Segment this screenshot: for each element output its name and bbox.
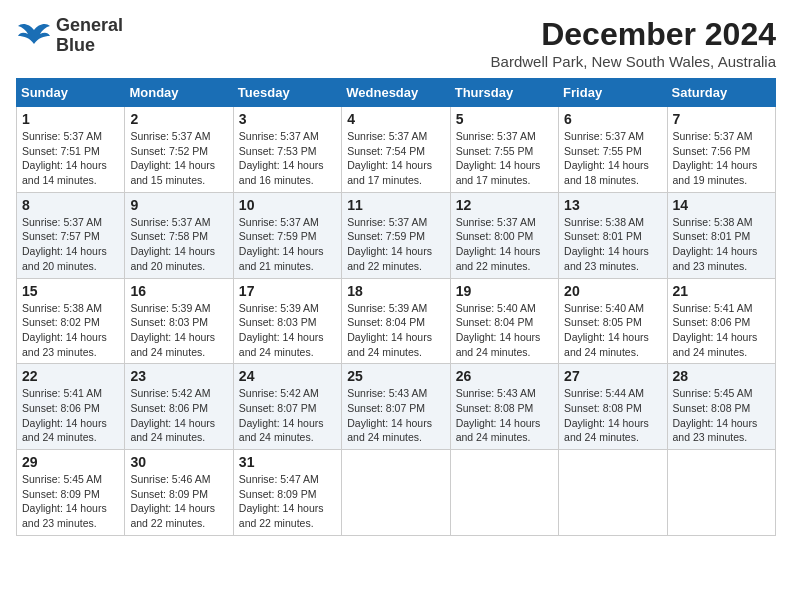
day-number: 26 bbox=[456, 368, 553, 384]
table-row: 28 Sunrise: 5:45 AM Sunset: 8:08 PM Dayl… bbox=[667, 364, 775, 450]
calendar-week-1: 1 Sunrise: 5:37 AM Sunset: 7:51 PM Dayli… bbox=[17, 107, 776, 193]
table-row: 9 Sunrise: 5:37 AM Sunset: 7:58 PM Dayli… bbox=[125, 192, 233, 278]
day-info: Sunrise: 5:44 AM Sunset: 8:08 PM Dayligh… bbox=[564, 386, 661, 445]
day-number: 7 bbox=[673, 111, 770, 127]
day-number: 15 bbox=[22, 283, 119, 299]
table-row: 19 Sunrise: 5:40 AM Sunset: 8:04 PM Dayl… bbox=[450, 278, 558, 364]
table-row: 5 Sunrise: 5:37 AM Sunset: 7:55 PM Dayli… bbox=[450, 107, 558, 193]
table-row: 10 Sunrise: 5:37 AM Sunset: 7:59 PM Dayl… bbox=[233, 192, 341, 278]
table-row: 26 Sunrise: 5:43 AM Sunset: 8:08 PM Dayl… bbox=[450, 364, 558, 450]
table-row: 22 Sunrise: 5:41 AM Sunset: 8:06 PM Dayl… bbox=[17, 364, 125, 450]
day-info: Sunrise: 5:40 AM Sunset: 8:05 PM Dayligh… bbox=[564, 301, 661, 360]
day-info: Sunrise: 5:46 AM Sunset: 8:09 PM Dayligh… bbox=[130, 472, 227, 531]
table-row: 6 Sunrise: 5:37 AM Sunset: 7:55 PM Dayli… bbox=[559, 107, 667, 193]
day-number: 17 bbox=[239, 283, 336, 299]
table-row: 27 Sunrise: 5:44 AM Sunset: 8:08 PM Dayl… bbox=[559, 364, 667, 450]
day-info: Sunrise: 5:42 AM Sunset: 8:07 PM Dayligh… bbox=[239, 386, 336, 445]
col-monday: Monday bbox=[125, 79, 233, 107]
day-number: 11 bbox=[347, 197, 444, 213]
logo-text: General Blue bbox=[56, 16, 123, 56]
logo-icon bbox=[16, 22, 52, 50]
table-row: 24 Sunrise: 5:42 AM Sunset: 8:07 PM Dayl… bbox=[233, 364, 341, 450]
day-info: Sunrise: 5:38 AM Sunset: 8:02 PM Dayligh… bbox=[22, 301, 119, 360]
day-info: Sunrise: 5:39 AM Sunset: 8:03 PM Dayligh… bbox=[130, 301, 227, 360]
logo: General Blue bbox=[16, 16, 123, 56]
table-row: 20 Sunrise: 5:40 AM Sunset: 8:05 PM Dayl… bbox=[559, 278, 667, 364]
table-row: 25 Sunrise: 5:43 AM Sunset: 8:07 PM Dayl… bbox=[342, 364, 450, 450]
day-number: 6 bbox=[564, 111, 661, 127]
col-tuesday: Tuesday bbox=[233, 79, 341, 107]
day-info: Sunrise: 5:39 AM Sunset: 8:04 PM Dayligh… bbox=[347, 301, 444, 360]
day-number: 4 bbox=[347, 111, 444, 127]
table-row: 13 Sunrise: 5:38 AM Sunset: 8:01 PM Dayl… bbox=[559, 192, 667, 278]
calendar-table: Sunday Monday Tuesday Wednesday Thursday… bbox=[16, 78, 776, 536]
calendar-week-3: 15 Sunrise: 5:38 AM Sunset: 8:02 PM Dayl… bbox=[17, 278, 776, 364]
page-title: December 2024 bbox=[491, 16, 776, 53]
table-row: 7 Sunrise: 5:37 AM Sunset: 7:56 PM Dayli… bbox=[667, 107, 775, 193]
table-row: 8 Sunrise: 5:37 AM Sunset: 7:57 PM Dayli… bbox=[17, 192, 125, 278]
table-row: 14 Sunrise: 5:38 AM Sunset: 8:01 PM Dayl… bbox=[667, 192, 775, 278]
day-info: Sunrise: 5:37 AM Sunset: 7:56 PM Dayligh… bbox=[673, 129, 770, 188]
day-info: Sunrise: 5:37 AM Sunset: 7:52 PM Dayligh… bbox=[130, 129, 227, 188]
day-number: 22 bbox=[22, 368, 119, 384]
day-number: 2 bbox=[130, 111, 227, 127]
day-number: 13 bbox=[564, 197, 661, 213]
day-info: Sunrise: 5:41 AM Sunset: 8:06 PM Dayligh… bbox=[673, 301, 770, 360]
day-info: Sunrise: 5:41 AM Sunset: 8:06 PM Dayligh… bbox=[22, 386, 119, 445]
day-info: Sunrise: 5:37 AM Sunset: 8:00 PM Dayligh… bbox=[456, 215, 553, 274]
table-row: 29 Sunrise: 5:45 AM Sunset: 8:09 PM Dayl… bbox=[17, 450, 125, 536]
table-row: 18 Sunrise: 5:39 AM Sunset: 8:04 PM Dayl… bbox=[342, 278, 450, 364]
day-info: Sunrise: 5:45 AM Sunset: 8:09 PM Dayligh… bbox=[22, 472, 119, 531]
table-row: 4 Sunrise: 5:37 AM Sunset: 7:54 PM Dayli… bbox=[342, 107, 450, 193]
day-info: Sunrise: 5:39 AM Sunset: 8:03 PM Dayligh… bbox=[239, 301, 336, 360]
calendar-header-row: Sunday Monday Tuesday Wednesday Thursday… bbox=[17, 79, 776, 107]
day-info: Sunrise: 5:37 AM Sunset: 7:51 PM Dayligh… bbox=[22, 129, 119, 188]
calendar-week-5: 29 Sunrise: 5:45 AM Sunset: 8:09 PM Dayl… bbox=[17, 450, 776, 536]
table-row: 11 Sunrise: 5:37 AM Sunset: 7:59 PM Dayl… bbox=[342, 192, 450, 278]
day-number: 31 bbox=[239, 454, 336, 470]
table-row bbox=[667, 450, 775, 536]
day-number: 8 bbox=[22, 197, 119, 213]
calendar-week-2: 8 Sunrise: 5:37 AM Sunset: 7:57 PM Dayli… bbox=[17, 192, 776, 278]
table-row: 2 Sunrise: 5:37 AM Sunset: 7:52 PM Dayli… bbox=[125, 107, 233, 193]
day-number: 3 bbox=[239, 111, 336, 127]
table-row bbox=[559, 450, 667, 536]
day-info: Sunrise: 5:43 AM Sunset: 8:08 PM Dayligh… bbox=[456, 386, 553, 445]
day-info: Sunrise: 5:38 AM Sunset: 8:01 PM Dayligh… bbox=[673, 215, 770, 274]
calendar-week-4: 22 Sunrise: 5:41 AM Sunset: 8:06 PM Dayl… bbox=[17, 364, 776, 450]
table-row: 17 Sunrise: 5:39 AM Sunset: 8:03 PM Dayl… bbox=[233, 278, 341, 364]
day-info: Sunrise: 5:37 AM Sunset: 7:54 PM Dayligh… bbox=[347, 129, 444, 188]
day-info: Sunrise: 5:37 AM Sunset: 7:59 PM Dayligh… bbox=[239, 215, 336, 274]
day-number: 16 bbox=[130, 283, 227, 299]
day-number: 5 bbox=[456, 111, 553, 127]
table-row bbox=[450, 450, 558, 536]
page-subtitle: Bardwell Park, New South Wales, Australi… bbox=[491, 53, 776, 70]
day-info: Sunrise: 5:37 AM Sunset: 7:59 PM Dayligh… bbox=[347, 215, 444, 274]
table-row: 30 Sunrise: 5:46 AM Sunset: 8:09 PM Dayl… bbox=[125, 450, 233, 536]
day-info: Sunrise: 5:37 AM Sunset: 7:53 PM Dayligh… bbox=[239, 129, 336, 188]
day-number: 28 bbox=[673, 368, 770, 384]
day-number: 23 bbox=[130, 368, 227, 384]
day-info: Sunrise: 5:37 AM Sunset: 7:58 PM Dayligh… bbox=[130, 215, 227, 274]
day-number: 9 bbox=[130, 197, 227, 213]
title-block: December 2024 Bardwell Park, New South W… bbox=[491, 16, 776, 70]
table-row: 23 Sunrise: 5:42 AM Sunset: 8:06 PM Dayl… bbox=[125, 364, 233, 450]
col-sunday: Sunday bbox=[17, 79, 125, 107]
page-header: General Blue December 2024 Bardwell Park… bbox=[16, 16, 776, 70]
col-wednesday: Wednesday bbox=[342, 79, 450, 107]
day-number: 19 bbox=[456, 283, 553, 299]
day-number: 1 bbox=[22, 111, 119, 127]
col-friday: Friday bbox=[559, 79, 667, 107]
table-row: 16 Sunrise: 5:39 AM Sunset: 8:03 PM Dayl… bbox=[125, 278, 233, 364]
day-info: Sunrise: 5:37 AM Sunset: 7:55 PM Dayligh… bbox=[564, 129, 661, 188]
col-thursday: Thursday bbox=[450, 79, 558, 107]
table-row bbox=[342, 450, 450, 536]
table-row: 21 Sunrise: 5:41 AM Sunset: 8:06 PM Dayl… bbox=[667, 278, 775, 364]
day-info: Sunrise: 5:37 AM Sunset: 7:57 PM Dayligh… bbox=[22, 215, 119, 274]
table-row: 12 Sunrise: 5:37 AM Sunset: 8:00 PM Dayl… bbox=[450, 192, 558, 278]
day-number: 21 bbox=[673, 283, 770, 299]
day-number: 10 bbox=[239, 197, 336, 213]
day-number: 24 bbox=[239, 368, 336, 384]
day-info: Sunrise: 5:40 AM Sunset: 8:04 PM Dayligh… bbox=[456, 301, 553, 360]
day-number: 30 bbox=[130, 454, 227, 470]
